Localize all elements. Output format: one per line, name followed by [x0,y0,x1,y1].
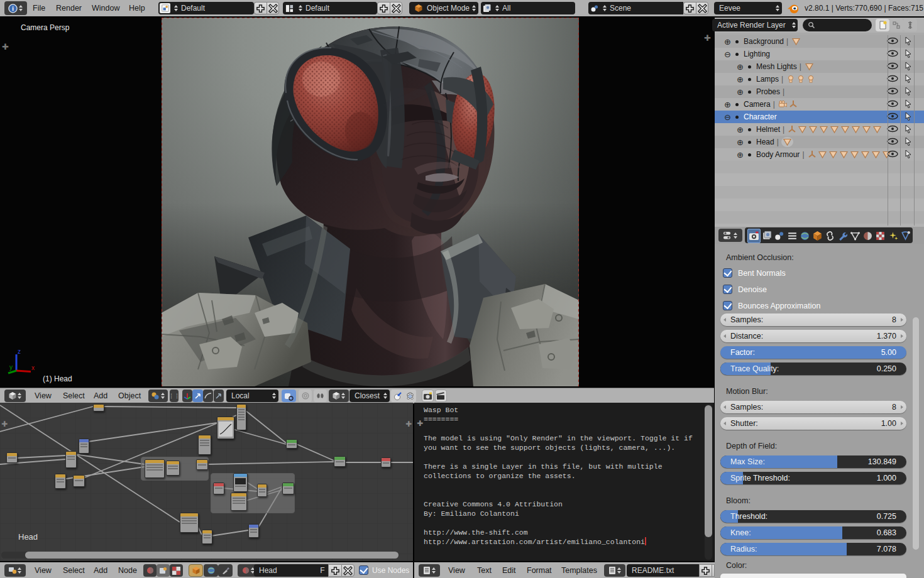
svg-text:y: y [9,364,13,371]
svg-text:i: i [12,5,14,11]
svg-text:x: x [31,364,35,371]
svg-text:z: z [18,348,21,355]
